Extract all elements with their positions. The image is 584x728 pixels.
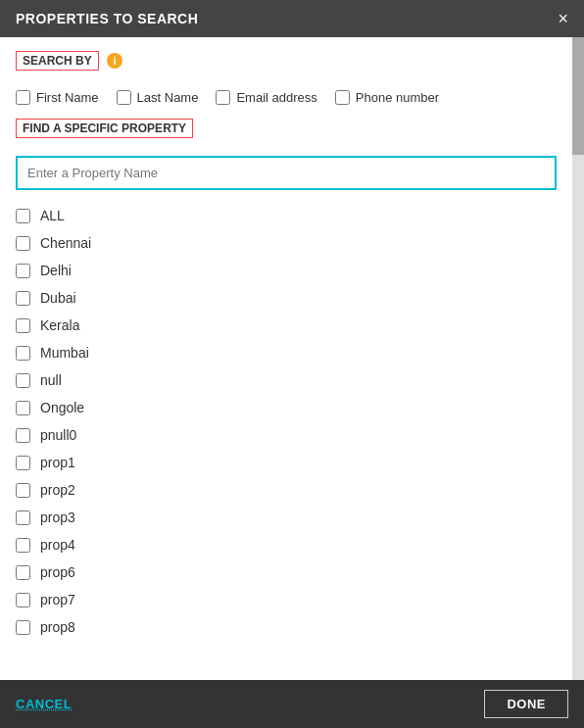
list-item: Chennai xyxy=(16,229,557,257)
list-item: Ongole xyxy=(16,394,557,421)
search-by-option-last-name[interactable]: Last Name xyxy=(117,90,199,105)
property-label-prop3: prop3 xyxy=(40,510,75,525)
property-label-all: ALL xyxy=(40,208,65,223)
property-checkbox-prop6[interactable] xyxy=(16,565,30,580)
property-checkbox-all[interactable] xyxy=(16,209,30,223)
search-by-section: SEARCH BY i First NameLast NameEmail add… xyxy=(16,51,557,105)
list-item: pnull0 xyxy=(16,421,557,449)
scrollbar-thumb[interactable] xyxy=(572,37,584,155)
list-item: prop8 xyxy=(16,613,557,641)
list-item: Kerala xyxy=(16,312,557,339)
modal-scrollable-content: SEARCH BY i First NameLast NameEmail add… xyxy=(0,37,572,680)
property-label-delhi: Delhi xyxy=(40,263,72,278)
find-section-label: FIND A SPECIFIC PROPERTY xyxy=(16,119,193,138)
checkbox-last-name[interactable] xyxy=(117,90,131,105)
property-checkbox-prop3[interactable] xyxy=(16,510,30,525)
property-checkbox-prop4[interactable] xyxy=(16,538,30,553)
list-item: ALL xyxy=(16,202,557,229)
label-first-name: First Name xyxy=(36,90,99,105)
checkbox-first-name[interactable] xyxy=(16,90,30,105)
property-label-mumbai: Mumbai xyxy=(40,345,89,361)
property-checkbox-prop7[interactable] xyxy=(16,593,30,607)
list-item: null xyxy=(16,366,557,394)
property-label-prop8: prop8 xyxy=(40,619,75,635)
done-button[interactable]: DONE xyxy=(484,690,568,718)
property-checkbox-prop8[interactable] xyxy=(16,620,30,635)
property-label-prop1: prop1 xyxy=(40,455,75,470)
label-email: Email address xyxy=(236,90,316,105)
property-label-ongole: Ongole xyxy=(40,400,84,415)
close-button[interactable]: × xyxy=(558,10,568,27)
property-checkbox-pnull0[interactable] xyxy=(16,428,30,443)
modal-footer: CANCEL DONE xyxy=(0,680,584,728)
property-label-null: null xyxy=(40,372,62,388)
modal-container: PROPERTIES TO SEARCH × SEARCH BY i First… xyxy=(0,0,584,728)
search-by-label: SEARCH BY xyxy=(16,51,99,71)
list-item: prop3 xyxy=(16,504,557,531)
property-checkbox-null[interactable] xyxy=(16,373,30,388)
property-label-pnull0: pnull0 xyxy=(40,427,76,443)
property-label-prop7: prop7 xyxy=(40,592,75,607)
search-by-option-email[interactable]: Email address xyxy=(216,90,316,105)
search-by-options: First NameLast NameEmail addressPhone nu… xyxy=(16,90,557,105)
cancel-button[interactable]: CANCEL xyxy=(16,697,72,711)
modal-header: PROPERTIES TO SEARCH × xyxy=(0,0,584,37)
property-label-chennai: Chennai xyxy=(40,235,91,251)
search-by-option-phone[interactable]: Phone number xyxy=(335,90,439,105)
list-item: prop1 xyxy=(16,449,557,476)
property-label-prop2: prop2 xyxy=(40,482,75,498)
property-checkbox-dubai[interactable] xyxy=(16,291,30,306)
property-search-input[interactable] xyxy=(16,156,557,190)
property-checkbox-mumbai[interactable] xyxy=(16,346,30,361)
property-checkbox-prop1[interactable] xyxy=(16,456,30,470)
property-list: ALLChennaiDelhiDubaiKeralaMumbainullOngo… xyxy=(16,202,557,641)
property-checkbox-kerala[interactable] xyxy=(16,318,30,333)
search-by-option-first-name[interactable]: First Name xyxy=(16,90,99,105)
property-label-kerala: Kerala xyxy=(40,317,79,333)
checkbox-phone[interactable] xyxy=(335,90,350,105)
property-label-dubai: Dubai xyxy=(40,290,76,306)
modal-body: SEARCH BY i First NameLast NameEmail add… xyxy=(0,37,584,680)
search-by-info-icon[interactable]: i xyxy=(107,53,122,69)
scrollbar-track[interactable] xyxy=(572,37,584,680)
list-item: Delhi xyxy=(16,257,557,284)
list-item: prop2 xyxy=(16,476,557,504)
list-item: prop4 xyxy=(16,531,557,558)
property-label-prop6: prop6 xyxy=(40,564,75,580)
checkbox-email[interactable] xyxy=(216,90,230,105)
list-item: prop7 xyxy=(16,586,557,613)
property-checkbox-prop2[interactable] xyxy=(16,483,30,498)
label-phone: Phone number xyxy=(356,90,439,105)
modal-title: PROPERTIES TO SEARCH xyxy=(16,11,198,26)
property-checkbox-chennai[interactable] xyxy=(16,236,30,251)
list-item: Mumbai xyxy=(16,339,557,366)
property-checkbox-ongole[interactable] xyxy=(16,401,30,415)
find-specific-section: FIND A SPECIFIC PROPERTY xyxy=(16,119,557,190)
list-item: Dubai xyxy=(16,284,557,312)
list-item: prop6 xyxy=(16,558,557,586)
property-label-prop4: prop4 xyxy=(40,537,75,553)
property-checkbox-delhi[interactable] xyxy=(16,264,30,278)
label-last-name: Last Name xyxy=(137,90,199,105)
